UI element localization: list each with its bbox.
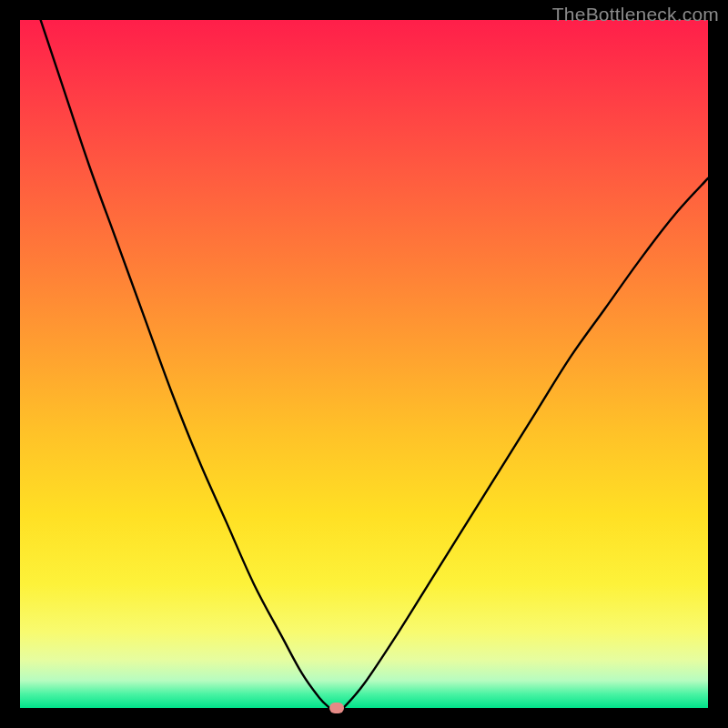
minimum-marker bbox=[329, 703, 344, 713]
curve-right-branch bbox=[343, 178, 708, 708]
curve-left-branch bbox=[41, 20, 330, 708]
curve-layer bbox=[20, 20, 708, 708]
chart-plot-area bbox=[20, 20, 708, 708]
chart-frame: TheBottleneck.com bbox=[0, 0, 728, 728]
